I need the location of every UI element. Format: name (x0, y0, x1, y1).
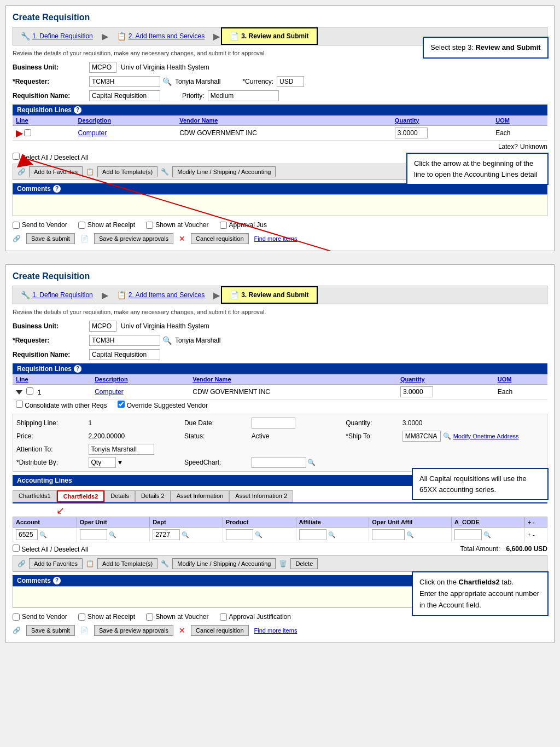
select-all-label[interactable]: Select All / Deselect All (13, 153, 88, 161)
send-to-vendor-label-2[interactable]: Send to Vendor (13, 613, 67, 621)
find-more-link[interactable]: Find more items (254, 235, 298, 242)
comments-textarea[interactable] (13, 194, 547, 216)
step2b-link[interactable]: 2. Add Items and Services (129, 291, 205, 299)
show-at-receipt-checkbox-2[interactable] (78, 613, 85, 621)
col-quantity[interactable]: Quantity (392, 115, 492, 126)
modify-line-button[interactable]: Modify Line / Shipping / Accounting (172, 166, 276, 177)
tab-chartfields1[interactable]: Chartfields1 (13, 490, 57, 502)
wizard-step-2[interactable]: 📋 2. Add Items and Services (109, 28, 212, 44)
override-label[interactable]: Override Suggested Vendor (118, 401, 207, 409)
add-row-icon[interactable]: + (528, 519, 531, 525)
quantity-input-2[interactable] (400, 386, 433, 397)
description-link-2[interactable]: Computer (95, 388, 124, 396)
requester-input[interactable] (89, 76, 160, 87)
row-checkbox-2[interactable] (26, 387, 33, 395)
wizard-step-2-1[interactable]: 🔧 1. Define Requisition (13, 287, 101, 303)
acct-remove-icon[interactable]: - (533, 531, 535, 538)
comments-help-icon-2[interactable]: ? (53, 577, 61, 584)
approval-just-label[interactable]: Approval Jus (220, 221, 267, 229)
add-template-button-2[interactable]: Add to Template(s) (97, 558, 158, 569)
product-input[interactable] (226, 529, 253, 540)
currency-input[interactable] (277, 76, 304, 87)
req-name-input[interactable] (89, 90, 160, 101)
quantity-input[interactable] (395, 128, 428, 138)
add-favorites-button-2[interactable]: Add to Favorites (29, 558, 83, 569)
find-more-link-2[interactable]: Find more items (254, 627, 298, 634)
acct-add-icon[interactable]: + (528, 531, 531, 538)
show-at-receipt-label[interactable]: Show at Receipt (78, 221, 135, 229)
step1-link[interactable]: 1. Define Requisition (32, 32, 93, 40)
wizard-step-2-3[interactable]: 📄 3. Review and Submit (221, 286, 317, 304)
affiliate-input[interactable] (299, 529, 326, 540)
tab-asset-info2[interactable]: Asset Information 2 (229, 490, 293, 502)
oper-unit-affil-input[interactable] (372, 529, 405, 540)
select-all-checkbox-2[interactable] (13, 545, 20, 552)
delete-button[interactable]: Delete (290, 558, 318, 569)
add-template-button[interactable]: Add to Template(s) (97, 166, 158, 177)
search-icon-requester[interactable]: 🔍 (162, 77, 172, 86)
dept-input[interactable] (153, 529, 180, 540)
col-line-2[interactable]: Line (13, 374, 91, 385)
search-icon-req2[interactable]: 🔍 (162, 336, 172, 345)
send-to-vendor-checkbox[interactable] (13, 222, 20, 229)
acct-col-oper-unit-affil[interactable]: Oper Unit Affil (369, 517, 452, 528)
speedchart-search-icon[interactable]: 🔍 (307, 459, 316, 466)
dept-search-icon[interactable]: 🔍 (182, 531, 189, 538)
shown-at-voucher-label[interactable]: Shown at Voucher (146, 221, 208, 229)
product-search-icon[interactable]: 🔍 (255, 531, 262, 538)
oper-unit-search-icon[interactable]: 🔍 (109, 531, 116, 538)
approval-just-checkbox-2[interactable] (220, 613, 227, 621)
priority-input[interactable] (208, 90, 279, 101)
wizard-step-3[interactable]: 📄 3. Review and Submit (221, 27, 317, 45)
acode-input[interactable] (454, 529, 482, 540)
dist-by-input[interactable] (89, 457, 116, 468)
shown-at-voucher-label-2[interactable]: Shown at Voucher (146, 613, 208, 621)
acct-col-product[interactable]: Product (223, 517, 296, 528)
req-lines-help-icon-2[interactable]: ? (74, 365, 81, 373)
req-lines-help-icon[interactable]: ? (74, 106, 81, 114)
col-vendor-2[interactable]: Vendor Name (189, 374, 397, 385)
acct-col-account[interactable]: Account (13, 517, 77, 528)
send-to-vendor-label[interactable]: Send to Vendor (13, 221, 67, 229)
account-input[interactable] (16, 529, 38, 540)
cancel-button-2[interactable]: Cancel requisition (191, 625, 248, 636)
show-at-receipt-checkbox[interactable] (78, 222, 85, 229)
due-date-input[interactable] (252, 418, 295, 428)
tab-chartfields2[interactable]: Chartfields2 (57, 490, 105, 502)
wizard-step-1[interactable]: 🔧 1. Define Requisition (13, 28, 101, 44)
acct-col-dept[interactable]: Dept (150, 517, 223, 528)
step2-link[interactable]: 2. Add Items and Services (129, 32, 205, 40)
consolidate-checkbox[interactable] (16, 401, 23, 408)
affiliate-search-icon[interactable]: 🔍 (328, 531, 336, 538)
comments-help-icon[interactable]: ? (53, 185, 61, 193)
oper-unit-input[interactable] (80, 529, 107, 540)
save-submit-button-2[interactable]: Save & submit (26, 625, 75, 636)
acct-col-acode[interactable]: A_CODE (451, 517, 524, 528)
show-at-receipt-label-2[interactable]: Show at Receipt (78, 613, 135, 621)
acct-col-oper-unit[interactable]: Oper Unit (77, 517, 150, 528)
wizard-step-2-2[interactable]: 📋 2. Add Items and Services (109, 287, 212, 303)
acode-search-icon[interactable]: 🔍 (483, 531, 491, 538)
cancel-button[interactable]: Cancel requisition (191, 233, 248, 244)
col-uom-2[interactable]: UOM (494, 374, 547, 385)
add-favorites-button[interactable]: Add to Favorites (29, 166, 83, 177)
consolidate-label[interactable]: Consolidate with other Reqs (16, 401, 107, 409)
speedchart-input[interactable] (252, 457, 306, 468)
expand-arrow[interactable]: ▶ (16, 129, 22, 138)
remove-row-icon[interactable]: - (533, 519, 535, 525)
req-name-input-2[interactable] (89, 349, 160, 360)
override-checkbox[interactable] (118, 401, 125, 408)
business-unit-input[interactable] (89, 62, 116, 73)
business-unit-input-2[interactable] (89, 321, 116, 332)
col-quantity-2[interactable]: Quantity (397, 374, 494, 385)
ship-to-input[interactable] (402, 431, 441, 442)
select-all-checkbox[interactable] (13, 153, 20, 160)
requester-input-2[interactable] (89, 335, 160, 346)
save-submit-button[interactable]: Save & submit (26, 233, 75, 244)
expand-triangle[interactable] (16, 390, 22, 395)
save-preview-button[interactable]: Save & preview approvals (94, 233, 173, 244)
shown-at-voucher-checkbox-2[interactable] (146, 613, 153, 621)
col-uom[interactable]: UOM (492, 115, 547, 126)
row-checkbox[interactable] (24, 129, 31, 136)
modify-onetime-link[interactable]: Modify Onetime Address (453, 433, 519, 439)
